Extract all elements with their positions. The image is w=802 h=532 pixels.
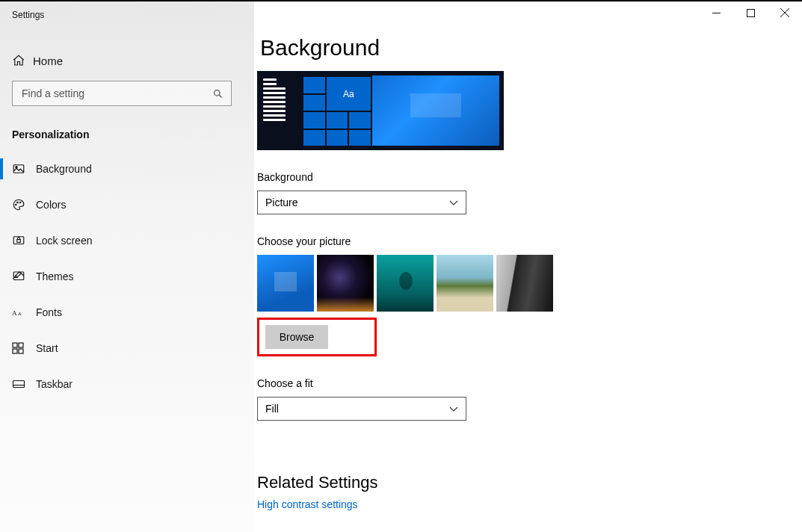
fit-dropdown-value: Fill bbox=[265, 403, 279, 415]
themes-icon bbox=[12, 270, 36, 283]
svg-text:A: A bbox=[12, 309, 17, 317]
picture-thumb-1[interactable] bbox=[257, 255, 314, 312]
svg-rect-7 bbox=[13, 237, 24, 244]
picture-icon bbox=[12, 162, 36, 176]
sidebar: Settings Home Personalization bbox=[0, 1, 254, 532]
search-icon bbox=[212, 88, 223, 99]
sidebar-item-lock-screen[interactable]: Lock screen bbox=[0, 223, 254, 259]
sidebar-item-fonts[interactable]: AA Fonts bbox=[0, 294, 254, 330]
browse-button[interactable]: Browse bbox=[265, 325, 328, 349]
sidebar-item-start[interactable]: Start bbox=[0, 330, 254, 366]
sidebar-item-background[interactable]: Background bbox=[0, 151, 254, 187]
maximize-button[interactable] bbox=[733, 1, 768, 24]
app-title: Settings bbox=[0, 5, 254, 20]
browse-highlight-box: Browse bbox=[257, 318, 377, 356]
sidebar-item-themes[interactable]: Themes bbox=[0, 259, 254, 294]
svg-rect-14 bbox=[13, 349, 17, 353]
sidebar-item-colors[interactable]: Colors bbox=[0, 187, 254, 223]
picture-thumbnails bbox=[257, 255, 777, 312]
settings-window: Settings Home Personalization bbox=[0, 1, 802, 532]
svg-rect-16 bbox=[13, 381, 25, 388]
category-heading: Personalization bbox=[12, 129, 254, 140]
svg-point-5 bbox=[17, 202, 19, 203]
lock-screen-icon bbox=[12, 234, 36, 247]
home-label: Home bbox=[33, 55, 63, 67]
sidebar-item-label: Start bbox=[36, 342, 58, 354]
chevron-down-icon bbox=[449, 404, 458, 413]
start-icon bbox=[12, 342, 36, 354]
fonts-icon: AA bbox=[12, 306, 36, 318]
chevron-down-icon bbox=[449, 198, 458, 207]
background-dropdown-label: Background bbox=[257, 171, 777, 183]
minimize-button[interactable] bbox=[699, 1, 733, 24]
page-title: Background bbox=[257, 35, 777, 61]
svg-rect-12 bbox=[13, 343, 17, 347]
background-dropdown[interactable]: Picture bbox=[257, 191, 466, 214]
picture-thumb-4[interactable] bbox=[437, 255, 493, 312]
sidebar-item-taskbar[interactable]: Taskbar bbox=[0, 366, 254, 402]
choose-picture-label: Choose your picture bbox=[257, 235, 777, 247]
sidebar-item-label: Background bbox=[36, 163, 92, 175]
svg-point-4 bbox=[16, 204, 17, 205]
sidebar-item-label: Themes bbox=[36, 270, 74, 282]
high-contrast-link[interactable]: High contrast settings bbox=[257, 498, 777, 510]
preview-wallpaper bbox=[372, 75, 499, 146]
svg-rect-15 bbox=[19, 349, 23, 353]
fit-dropdown-label: Choose a fit bbox=[257, 377, 777, 389]
picture-thumb-2[interactable] bbox=[317, 255, 374, 312]
main-content: Background Aa Background bbox=[254, 1, 802, 532]
svg-text:A: A bbox=[18, 311, 22, 316]
background-preview: Aa bbox=[257, 71, 504, 150]
svg-rect-13 bbox=[19, 343, 23, 347]
picture-thumb-3[interactable] bbox=[377, 255, 434, 312]
background-dropdown-value: Picture bbox=[265, 197, 298, 208]
svg-point-3 bbox=[16, 167, 17, 168]
home-icon bbox=[12, 54, 33, 67]
preview-start-tiles: Aa bbox=[303, 75, 371, 146]
taskbar-icon bbox=[12, 379, 36, 389]
svg-line-1 bbox=[219, 95, 221, 97]
preview-taskbar-mock bbox=[262, 75, 303, 146]
window-controls bbox=[699, 1, 802, 24]
svg-point-6 bbox=[20, 202, 22, 203]
close-button[interactable] bbox=[768, 1, 802, 24]
picture-thumb-5[interactable] bbox=[496, 255, 553, 312]
sidebar-item-label: Lock screen bbox=[36, 235, 92, 247]
search-input[interactable] bbox=[12, 81, 232, 106]
preview-aa-tile: Aa bbox=[327, 77, 371, 111]
fit-dropdown[interactable]: Fill bbox=[257, 397, 466, 421]
home-button[interactable]: Home bbox=[0, 46, 254, 75]
svg-rect-2 bbox=[13, 165, 24, 173]
sidebar-item-label: Colors bbox=[36, 199, 66, 211]
svg-rect-19 bbox=[747, 9, 754, 16]
palette-icon bbox=[12, 198, 36, 211]
sidebar-item-label: Taskbar bbox=[36, 378, 73, 390]
related-settings-heading: Related Settings bbox=[257, 473, 777, 492]
svg-rect-8 bbox=[17, 240, 21, 243]
sidebar-item-label: Fonts bbox=[36, 306, 62, 318]
svg-point-0 bbox=[215, 90, 220, 96]
search-field[interactable] bbox=[20, 87, 212, 100]
